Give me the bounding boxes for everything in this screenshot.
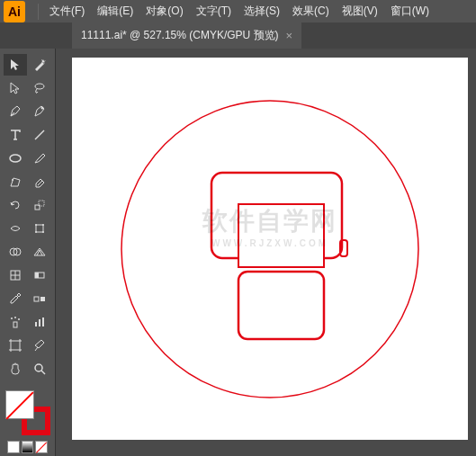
artboard-tool[interactable]	[4, 335, 27, 356]
none-swatch[interactable]	[35, 441, 48, 453]
tools-panel	[0, 49, 56, 456]
scale-tool[interactable]	[29, 194, 52, 216]
menu-type[interactable]: 文字(T)	[191, 0, 237, 22]
svg-point-9	[35, 224, 37, 226]
shape-builder-tool[interactable]	[4, 241, 27, 263]
svg-rect-22	[13, 322, 17, 327]
paintbrush-tool[interactable]	[29, 148, 52, 169]
hand-tool[interactable]	[4, 358, 27, 380]
menu-effect[interactable]: 效果(C)	[287, 0, 335, 22]
svg-point-23	[11, 317, 13, 319]
menubar: Ai 文件(F) 编辑(E) 对象(O) 文字(T) 选择(S) 效果(C) 视…	[0, 0, 476, 22]
svg-line-31	[41, 371, 45, 374]
free-transform-tool[interactable]	[29, 218, 52, 239]
width-tool[interactable]	[4, 218, 27, 239]
svg-rect-36	[238, 272, 324, 339]
fill-color-icon[interactable]	[5, 390, 34, 419]
magic-wand-tool[interactable]	[29, 54, 52, 76]
type-tool[interactable]	[4, 124, 27, 146]
svg-point-10	[42, 224, 44, 226]
curvature-tool[interactable]	[29, 101, 52, 122]
pen-tool[interactable]	[4, 101, 27, 122]
app-logo-icon: Ai	[4, 1, 25, 22]
artboard[interactable]: 软件自学网 WWW.RJZXW.COM	[72, 58, 468, 440]
blend-tool[interactable]	[29, 288, 52, 309]
svg-point-12	[42, 231, 44, 233]
svg-point-4	[12, 179, 13, 181]
rotate-tool[interactable]	[4, 194, 27, 216]
gradient-tool[interactable]	[29, 264, 52, 286]
perspective-grid-tool[interactable]	[29, 241, 52, 263]
ellipse-tool[interactable]	[4, 148, 27, 169]
slice-tool[interactable]	[29, 335, 52, 356]
svg-rect-26	[35, 322, 37, 326]
gradient-swatch[interactable]	[22, 441, 34, 453]
menu-edit[interactable]: 编辑(E)	[92, 0, 139, 22]
line-tool[interactable]	[29, 124, 52, 146]
tab-label: 11111.ai* @ 527.15% (CMYK/GPU 预览)	[81, 28, 279, 43]
direct-selection-tool[interactable]	[4, 77, 27, 99]
eraser-tool[interactable]	[29, 171, 52, 192]
menu-object[interactable]: 对象(O)	[140, 0, 188, 22]
svg-point-30	[35, 364, 42, 371]
close-icon[interactable]: ×	[286, 29, 293, 42]
svg-point-3	[10, 155, 21, 162]
svg-rect-19	[35, 273, 39, 278]
color-controls	[4, 385, 51, 456]
eyedropper-tool[interactable]	[4, 288, 27, 309]
symbol-sprayer-tool[interactable]	[4, 311, 27, 333]
svg-point-1	[41, 107, 44, 110]
svg-point-25	[18, 318, 20, 320]
zoom-tool[interactable]	[29, 358, 52, 380]
shaper-tool[interactable]	[4, 171, 27, 192]
svg-rect-8	[36, 225, 43, 232]
svg-rect-20	[34, 297, 39, 301]
color-swatch[interactable]	[7, 441, 20, 453]
selection-tool[interactable]	[4, 54, 27, 76]
svg-rect-28	[42, 317, 44, 326]
lasso-tool[interactable]	[29, 77, 52, 99]
workspace: 软件自学网 WWW.RJZXW.COM	[0, 49, 476, 456]
document-tabbar: 11111.ai* @ 527.15% (CMYK/GPU 预览) ×	[0, 22, 476, 49]
column-graph-tool[interactable]	[29, 311, 52, 333]
document-tab[interactable]: 11111.ai* @ 527.15% (CMYK/GPU 预览) ×	[72, 22, 301, 49]
canvas-area: 软件自学网 WWW.RJZXW.COM	[56, 49, 476, 456]
separator	[38, 4, 39, 20]
menu-select[interactable]: 选择(S)	[238, 0, 285, 22]
svg-point-11	[35, 231, 37, 233]
menu-file[interactable]: 文件(F)	[44, 0, 90, 22]
svg-point-0	[35, 84, 44, 89]
svg-line-2	[35, 130, 44, 139]
fill-stroke-indicator[interactable]	[5, 390, 50, 435]
menu-view[interactable]: 视图(V)	[337, 0, 383, 22]
artwork-content	[108, 87, 432, 411]
svg-rect-29	[11, 341, 20, 350]
mesh-tool[interactable]	[4, 264, 27, 286]
svg-rect-27	[39, 319, 40, 326]
svg-point-24	[14, 317, 16, 318]
svg-rect-35	[238, 204, 324, 267]
menu-window[interactable]: 窗口(W)	[385, 0, 435, 22]
svg-rect-21	[40, 297, 45, 301]
